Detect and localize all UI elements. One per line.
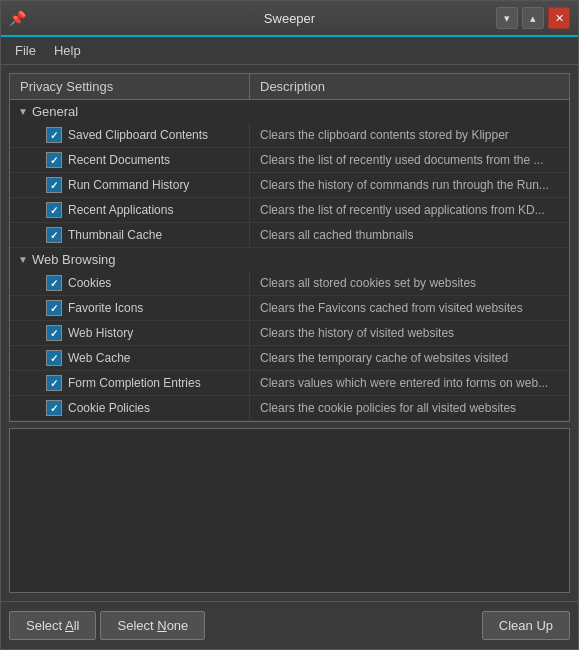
table-row: ✓ Recent Documents Clears the list of re… xyxy=(10,148,569,173)
table-row: ✓ Cookie Policies Clears the cookie poli… xyxy=(10,396,569,421)
row-cookies-label: Cookies xyxy=(68,276,111,290)
section-general-header[interactable]: ▼ General xyxy=(10,100,569,123)
row-cookie-policies-label: Cookie Policies xyxy=(68,401,150,415)
row-cookies-cell: ✓ Cookies xyxy=(10,271,250,295)
pin-icon: 📌 xyxy=(9,10,26,26)
select-all-button[interactable]: Select All xyxy=(9,611,96,640)
row-favicons-desc: Clears the Favicons cached from visited … xyxy=(250,296,569,320)
row-thumbnail-desc: Clears all cached thumbnails xyxy=(250,223,569,247)
row-recent-apps-cell: ✓ Recent Applications xyxy=(10,198,250,222)
row-recent-apps-desc: Clears the list of recently used applica… xyxy=(250,198,569,222)
table-row: ✓ Form Completion Entries Clears values … xyxy=(10,371,569,396)
row-recent-apps-label: Recent Applications xyxy=(68,203,173,217)
bottom-left-buttons: Select All Select None xyxy=(9,611,205,640)
table-row: ✓ Run Command History Clears the history… xyxy=(10,173,569,198)
table-row: ✓ Cookies Clears all stored cookies set … xyxy=(10,271,569,296)
row-run-cmd-cell: ✓ Run Command History xyxy=(10,173,250,197)
row-clipboard-label: Saved Clipboard Contents xyxy=(68,128,208,142)
row-web-cache-desc: Clears the temporary cache of websites v… xyxy=(250,346,569,370)
section-web-browsing: ▼ Web Browsing ✓ Cookies Clears all stor… xyxy=(10,248,569,421)
chevron-down-icon: ▼ xyxy=(18,106,28,117)
checkbox-cookies[interactable]: ✓ xyxy=(46,275,62,291)
table-row: ✓ Recent Applications Clears the list of… xyxy=(10,198,569,223)
minimize-button[interactable]: ▴ xyxy=(522,7,544,29)
clean-up-label: Clean Up xyxy=(499,618,553,633)
checkbox-favicons[interactable]: ✓ xyxy=(46,300,62,316)
checkbox-thumbnail[interactable]: ✓ xyxy=(46,227,62,243)
row-recent-docs-label: Recent Documents xyxy=(68,153,170,167)
row-run-cmd-desc: Clears the history of commands run throu… xyxy=(250,173,569,197)
section-web-browsing-label: Web Browsing xyxy=(32,252,116,267)
empty-panel xyxy=(9,428,570,593)
titlebar: 📌 Sweeper ▾ ▴ ✕ xyxy=(1,1,578,37)
checkbox-clipboard[interactable]: ✓ xyxy=(46,127,62,143)
row-favicons-cell: ✓ Favorite Icons xyxy=(10,296,250,320)
col-privacy-settings: Privacy Settings xyxy=(10,74,250,99)
privacy-table: Privacy Settings Description ▼ General ✓… xyxy=(9,73,570,422)
checkbox-cookie-policies[interactable]: ✓ xyxy=(46,400,62,416)
table-row: ✓ Saved Clipboard Contents Clears the cl… xyxy=(10,123,569,148)
row-clipboard-cell: ✓ Saved Clipboard Contents xyxy=(10,123,250,147)
select-none-label: Select None xyxy=(117,618,188,633)
menubar: File Help xyxy=(1,37,578,65)
select-none-button[interactable]: Select None xyxy=(100,611,205,640)
row-favicons-label: Favorite Icons xyxy=(68,301,143,315)
row-web-history-label: Web History xyxy=(68,326,133,340)
row-web-history-cell: ✓ Web History xyxy=(10,321,250,345)
row-clipboard-desc: Clears the clipboard contents stored by … xyxy=(250,123,569,147)
checkbox-form[interactable]: ✓ xyxy=(46,375,62,391)
checkbox-recent-docs[interactable]: ✓ xyxy=(46,152,62,168)
window-title: Sweeper xyxy=(264,11,315,26)
row-form-label: Form Completion Entries xyxy=(68,376,201,390)
row-thumbnail-label: Thumbnail Cache xyxy=(68,228,162,242)
row-cookie-policies-desc: Clears the cookie policies for all visit… xyxy=(250,396,569,420)
chevron-down-icon: ▼ xyxy=(18,254,28,265)
col-description: Description xyxy=(250,74,569,99)
table-header: Privacy Settings Description xyxy=(10,74,569,100)
row-cookies-desc: Clears all stored cookies set by website… xyxy=(250,271,569,295)
table-row: ✓ Web Cache Clears the temporary cache o… xyxy=(10,346,569,371)
row-cookie-policies-cell: ✓ Cookie Policies xyxy=(10,396,250,420)
section-general-label: General xyxy=(32,104,78,119)
menu-help[interactable]: Help xyxy=(46,40,89,61)
row-form-cell: ✓ Form Completion Entries xyxy=(10,371,250,395)
row-recent-docs-desc: Clears the list of recently used documen… xyxy=(250,148,569,172)
row-web-cache-cell: ✓ Web Cache xyxy=(10,346,250,370)
checkbox-web-cache[interactable]: ✓ xyxy=(46,350,62,366)
section-web-browsing-header[interactable]: ▼ Web Browsing xyxy=(10,248,569,271)
dropdown-button[interactable]: ▾ xyxy=(496,7,518,29)
row-web-history-desc: Clears the history of visited websites xyxy=(250,321,569,345)
table-row: ✓ Thumbnail Cache Clears all cached thum… xyxy=(10,223,569,248)
section-general: ▼ General ✓ Saved Clipboard Contents Cle… xyxy=(10,100,569,248)
bottom-bar: Select All Select None Clean Up xyxy=(1,601,578,649)
table-row: ✓ Favorite Icons Clears the Favicons cac… xyxy=(10,296,569,321)
content-area: Privacy Settings Description ▼ General ✓… xyxy=(1,65,578,601)
row-recent-docs-cell: ✓ Recent Documents xyxy=(10,148,250,172)
table-row: ✓ Web History Clears the history of visi… xyxy=(10,321,569,346)
row-web-cache-label: Web Cache xyxy=(68,351,130,365)
row-thumbnail-cell: ✓ Thumbnail Cache xyxy=(10,223,250,247)
clean-up-button[interactable]: Clean Up xyxy=(482,611,570,640)
checkbox-recent-apps[interactable]: ✓ xyxy=(46,202,62,218)
row-run-cmd-label: Run Command History xyxy=(68,178,189,192)
window-controls: ▾ ▴ ✕ xyxy=(496,7,570,29)
checkbox-run-cmd[interactable]: ✓ xyxy=(46,177,62,193)
menu-file[interactable]: File xyxy=(7,40,44,61)
select-all-label: Select All xyxy=(26,618,79,633)
row-form-desc: Clears values which were entered into fo… xyxy=(250,371,569,395)
checkbox-web-history[interactable]: ✓ xyxy=(46,325,62,341)
close-button[interactable]: ✕ xyxy=(548,7,570,29)
